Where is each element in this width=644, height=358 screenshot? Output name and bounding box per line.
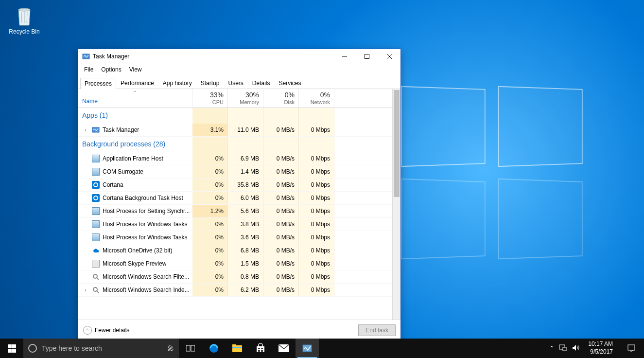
process-name: Microsoft OneDrive (32 bit) <box>103 247 172 254</box>
column-disk[interactable]: 0%Disk <box>263 89 299 107</box>
network-cell: 0 Mbps <box>299 244 334 257</box>
process-row[interactable]: Microsoft Windows Search Filte...0%0.8 M… <box>78 270 392 284</box>
tab-users[interactable]: Users <box>224 77 247 89</box>
cpu-cell: 0% <box>192 152 228 165</box>
svg-rect-15 <box>186 345 190 351</box>
column-cpu[interactable]: 33%CPU <box>192 89 228 107</box>
search-box[interactable]: Type here to search 🎤︎ <box>23 339 179 358</box>
process-row[interactable]: Microsoft OneDrive (32 bit)0%6.8 MB0 MB/… <box>78 244 392 257</box>
svg-rect-24 <box>258 350 260 352</box>
disk-cell: 0 MB/s <box>263 257 299 270</box>
column-network[interactable]: 0%Network <box>299 89 334 107</box>
process-row[interactable]: ›Task Manager3.1%11.0 MB0 MB/s0 Mbps <box>78 124 392 137</box>
memory-cell: 0.8 MB <box>228 270 263 283</box>
tab-performance[interactable]: Performance <box>116 77 158 89</box>
memory-cell: 1.4 MB <box>228 165 263 178</box>
process-row[interactable]: Host Process for Setting Synchr...1.2%5.… <box>78 205 392 218</box>
disk-cell: 0 MB/s <box>263 244 299 257</box>
svg-rect-11 <box>8 344 12 348</box>
tab-startup[interactable]: Startup <box>196 77 224 89</box>
scrollbar[interactable] <box>392 89 400 320</box>
process-row[interactable]: Microsoft Skype Preview0%1.5 MB0 MB/s0 M… <box>78 257 392 270</box>
app-icon <box>82 53 90 60</box>
process-row[interactable]: Host Process for Windows Tasks0%3.8 MB0 … <box>78 218 392 231</box>
menu-options[interactable]: Options <box>97 65 125 74</box>
process-row[interactable]: Cortana0%35.8 MB0 MB/s0 Mbps <box>78 179 392 192</box>
process-icon <box>92 194 100 202</box>
titlebar[interactable]: Task Manager <box>78 49 400 64</box>
process-icon <box>92 126 100 134</box>
disk-cell: 0 MB/s <box>263 124 299 136</box>
process-row[interactable]: Host Process for Windows Tasks0%3.6 MB0 … <box>78 231 392 244</box>
cpu-cell: 0% <box>192 218 228 231</box>
tab-services[interactable]: Services <box>275 77 306 89</box>
process-row[interactable]: Application Frame Host0%6.9 MB0 MB/s0 Mb… <box>78 152 392 165</box>
network-cell: 0 Mbps <box>299 124 334 136</box>
chevron-up-icon: ⌃ <box>83 326 92 335</box>
menu-view[interactable]: View <box>125 65 146 74</box>
notification-center-button[interactable] <box>622 344 641 353</box>
column-name[interactable]: ⌃ Name <box>78 89 192 107</box>
taskbar-file-explorer[interactable] <box>226 339 249 358</box>
tab-processes[interactable]: Processes <box>80 78 116 89</box>
tab-bar: ProcessesPerformanceApp historyStartupUs… <box>78 75 400 89</box>
mic-icon[interactable]: 🎤︎ <box>167 344 174 352</box>
window-title: Task Manager <box>93 53 333 60</box>
start-button[interactable] <box>0 339 23 358</box>
process-row[interactable]: ›Microsoft Windows Search Inde...0%6.2 M… <box>78 284 392 297</box>
desktop[interactable]: Recycle Bin Task Manager File Options Vi… <box>0 0 644 339</box>
menu-file[interactable]: File <box>80 65 97 74</box>
memory-cell: 6.2 MB <box>228 284 263 296</box>
recycle-bin-label: Recycle Bin <box>7 28 41 35</box>
process-icon <box>92 207 100 215</box>
memory-cell: 11.0 MB <box>228 124 263 136</box>
group-header: Apps (1) <box>78 108 192 124</box>
tray-network-icon[interactable] <box>559 344 567 353</box>
disk-cell: 0 MB/s <box>263 205 299 217</box>
taskbar-clock[interactable]: 10:17 AM 9/5/2017 <box>584 340 617 356</box>
svg-rect-20 <box>232 347 242 348</box>
taskbar-task-manager[interactable] <box>296 339 319 358</box>
process-icon <box>92 155 100 162</box>
cpu-cell: 0% <box>192 231 228 244</box>
tray-volume-icon[interactable] <box>572 344 579 353</box>
memory-cell: 1.5 MB <box>228 257 263 270</box>
process-icon <box>92 181 100 189</box>
process-row[interactable]: COM Surrogate0%1.4 MB0 MB/s0 Mbps <box>78 165 392 179</box>
expand-icon[interactable]: › <box>82 287 89 293</box>
process-table[interactable]: ⌃ Name 33%CPU 30%Memory 0%Disk 0%Network… <box>78 89 392 320</box>
recycle-bin-icon[interactable]: Recycle Bin <box>7 5 41 35</box>
process-row[interactable]: Cortana Background Task Host0%6.0 MB0 MB… <box>78 192 392 205</box>
network-cell: 0 Mbps <box>299 165 334 178</box>
process-name: Microsoft Skype Preview <box>103 260 166 267</box>
close-button[interactable] <box>378 49 400 64</box>
taskbar-edge[interactable] <box>202 339 226 358</box>
fewer-details-button[interactable]: ⌃ Fewer details <box>83 326 129 335</box>
group-header: Background processes (28) <box>78 137 192 152</box>
scrollbar-thumb[interactable] <box>394 90 400 197</box>
taskbar: Type here to search 🎤︎ ⌃ 10:17 AM 9/5/20… <box>0 339 644 358</box>
task-view-button[interactable] <box>179 339 202 358</box>
end-task-button[interactable]: End task <box>358 324 396 336</box>
tab-details[interactable]: Details <box>248 77 275 89</box>
cortana-icon <box>28 344 37 353</box>
taskbar-mail[interactable] <box>272 339 296 358</box>
process-name: Application Frame Host <box>103 155 163 162</box>
task-manager-window: Task Manager File Options View Processes… <box>78 49 401 339</box>
disk-cell: 0 MB/s <box>263 284 299 296</box>
svg-rect-3 <box>365 54 369 59</box>
svg-rect-29 <box>563 347 566 351</box>
tray-chevron-icon[interactable]: ⌃ <box>549 345 554 352</box>
svg-rect-16 <box>191 345 195 351</box>
disk-cell: 0 MB/s <box>263 218 299 231</box>
taskbar-store[interactable] <box>249 339 272 358</box>
cpu-cell: 3.1% <box>192 124 228 136</box>
maximize-button[interactable] <box>356 49 378 64</box>
disk-cell: 0 MB/s <box>263 270 299 283</box>
expand-icon[interactable]: › <box>82 127 89 133</box>
tab-app-history[interactable]: App history <box>158 77 196 89</box>
column-memory[interactable]: 30%Memory <box>228 89 263 107</box>
minimize-button[interactable] <box>333 49 356 64</box>
menubar: File Options View <box>78 64 400 75</box>
network-cell: 0 Mbps <box>299 270 334 283</box>
